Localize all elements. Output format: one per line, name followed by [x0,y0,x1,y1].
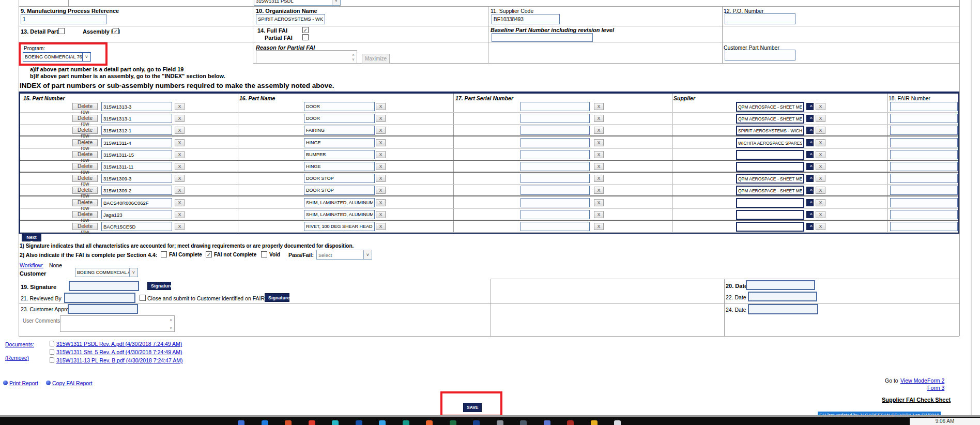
clear-supplier-button[interactable]: X [816,139,825,146]
fair-number-input[interactable] [890,138,958,147]
supplier-fai-check-sheet-link[interactable]: Supplier FAI Check Sheet [882,397,951,403]
part-number-input[interactable] [101,162,172,171]
supplier-lookup-button[interactable]: ^ [806,103,814,110]
part-name-input[interactable] [304,102,375,111]
part-number-input[interactable] [101,114,172,123]
part-number-input[interactable] [101,174,172,183]
part-name-input[interactable] [304,114,375,123]
part-name-input[interactable] [304,198,375,207]
part-serial-input[interactable] [520,186,590,195]
supplier-input[interactable] [736,198,804,208]
supplier-input[interactable] [736,102,804,112]
save-button[interactable]: SAVE [463,403,482,412]
delete-row-button[interactable]: Delete row [72,211,98,218]
clear-part-name-button[interactable]: X [376,103,386,110]
part-name-input[interactable] [304,186,375,195]
part-name-input[interactable] [304,162,375,171]
clear-supplier-button[interactable]: X [816,187,825,194]
date22-input[interactable] [748,292,817,301]
baseline-input[interactable] [492,33,593,42]
delete-row-button[interactable]: Delete row [72,139,98,146]
signature21-button[interactable]: Signature [265,293,289,302]
clear-serial-button[interactable]: X [594,139,604,146]
part-number-input[interactable] [101,138,172,147]
date20-input[interactable] [746,280,815,290]
assembly-fai-checkbox[interactable]: ✓ [113,28,119,34]
supplier-input[interactable] [736,210,804,220]
part-name-input[interactable] [304,174,375,183]
clear-supplier-button[interactable]: X [816,151,825,158]
supplier-lookup-button[interactable]: ^ [806,187,814,194]
taskbar-app-icon[interactable] [591,420,598,425]
clear-supplier-button[interactable]: X [816,163,825,170]
user-comments-textarea[interactable]: ∧ ∨ [60,315,175,332]
clear-serial-button[interactable]: X [594,211,604,218]
clear-supplier-button[interactable]: X [816,103,825,110]
taskbar-app-icon[interactable] [520,420,527,425]
fair-number-input[interactable] [890,150,958,159]
scroll-down-icon[interactable]: ∨ [168,325,174,330]
taskbar-app-icon[interactable] [497,420,503,425]
scroll-down-icon[interactable]: ∨ [350,57,356,62]
part-serial-input[interactable] [520,102,590,111]
clear-serial-button[interactable]: X [594,187,604,194]
part-serial-input[interactable] [520,138,590,147]
part-name-input[interactable] [304,150,375,159]
scrollbar-track[interactable] [971,0,972,415]
part-serial-input[interactable] [520,114,590,123]
taskbar-app-icon[interactable] [473,420,480,425]
customer-part-number-input[interactable] [725,50,795,60]
supplier-input[interactable] [736,222,804,232]
part-name-input[interactable] [304,126,375,135]
fair-number-input[interactable] [890,222,958,231]
part-number-select[interactable]: 315W1311 PSDL ˅ [254,0,341,6]
clear-part-number-button[interactable]: X [175,151,185,158]
supplier-lookup-button[interactable]: ^ [806,175,814,182]
delete-row-button[interactable]: Delete row [72,163,98,170]
clear-part-number-button[interactable]: X [175,127,185,134]
part-serial-input[interactable] [520,222,590,231]
delete-row-button[interactable]: Delete row [72,151,98,158]
scroll-up-icon[interactable]: ∧ [350,52,356,57]
supplier-lookup-button[interactable]: ^ [806,115,814,122]
clear-supplier-button[interactable]: X [816,127,825,134]
signature19-input[interactable] [69,281,139,291]
taskbar-app-icon[interactable] [614,420,621,425]
clear-part-name-button[interactable]: X [376,127,386,134]
supplier-lookup-button[interactable]: ^ [806,139,814,146]
delete-row-button[interactable]: Delete row [72,223,98,230]
delete-row-button[interactable]: Delete row [72,199,98,206]
scroll-up-icon[interactable]: ∧ [168,317,174,322]
taskbar-app-icon[interactable] [379,420,386,425]
clear-part-number-button[interactable]: X [175,139,185,146]
part-serial-input[interactable] [520,198,590,207]
clear-serial-button[interactable]: X [594,223,604,230]
supplier-input[interactable] [736,150,804,160]
clear-serial-button[interactable]: X [594,115,604,122]
fair-number-input[interactable] [890,174,958,183]
supplier-input[interactable] [736,114,804,124]
clear-part-number-button[interactable]: X [175,115,185,122]
part-name-input[interactable] [304,222,375,231]
clear-serial-button[interactable]: X [594,103,604,110]
fair-number-input[interactable] [890,114,958,123]
part-serial-input[interactable] [520,210,590,219]
supplier-lookup-button[interactable]: ^ [806,199,814,206]
clear-part-name-button[interactable]: X [376,175,386,182]
clear-part-name-button[interactable]: X [376,139,386,146]
taskbar-app-icon[interactable] [332,420,339,425]
detail-part-checkbox[interactable] [58,28,65,34]
part-serial-input[interactable] [520,174,590,183]
remove-documents-link[interactable]: (Remove) [5,355,29,361]
clear-serial-button[interactable]: X [594,199,604,206]
delete-row-button[interactable]: Delete row [72,115,98,122]
fair-number-input[interactable] [890,102,958,111]
supplier-lookup-button[interactable]: ^ [806,223,814,230]
part-number-input[interactable] [101,222,172,231]
fai-complete-checkbox[interactable] [161,251,167,257]
part-serial-input[interactable] [520,162,590,171]
part-number-input[interactable] [101,210,172,219]
taskbar-app-icon[interactable] [285,420,292,425]
delete-row-button[interactable]: Delete row [72,175,98,182]
clear-part-number-button[interactable]: X [175,199,185,206]
